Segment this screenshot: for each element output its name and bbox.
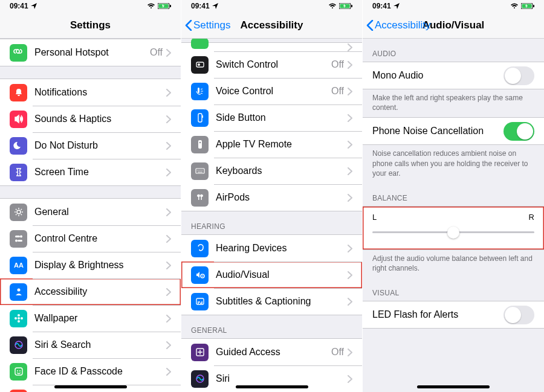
row-label: Screen Time bbox=[34, 167, 166, 178]
svg-rect-43 bbox=[533, 5, 534, 7]
status-time: 09:41 bbox=[10, 2, 28, 10]
row-screen-time[interactable]: Screen Time bbox=[0, 159, 181, 185]
gear-icon bbox=[10, 204, 27, 221]
row-led-flash[interactable]: LED Flash for Alerts bbox=[363, 301, 544, 328]
row-sounds-haptics[interactable]: Sounds & Haptics bbox=[0, 106, 181, 132]
row-face-id-passcode[interactable]: Face ID & Passcode bbox=[0, 358, 181, 385]
row-side-button[interactable]: Side Button bbox=[181, 104, 362, 131]
svg-point-17 bbox=[17, 370, 18, 371]
speaker-icon bbox=[10, 111, 27, 128]
toggle-led-flash[interactable] bbox=[504, 306, 534, 324]
row-label: Control Centre bbox=[34, 233, 166, 244]
status-bar: 09:41 bbox=[363, 0, 544, 12]
switches-icon bbox=[10, 230, 27, 248]
chevron-right-icon bbox=[348, 298, 352, 306]
touch-icon bbox=[191, 39, 209, 49]
svg-rect-28 bbox=[198, 88, 199, 93]
row-switch-control[interactable]: Switch ControlOff bbox=[181, 51, 362, 78]
battery-icon bbox=[158, 3, 171, 9]
home-indicator[interactable] bbox=[236, 385, 308, 388]
chevron-right-icon bbox=[166, 169, 171, 176]
home-indicator[interactable] bbox=[54, 385, 127, 388]
row-accessibility[interactable]: Accessibility bbox=[0, 278, 181, 305]
audiovisual-scroll[interactable]: AUDIO Mono Audio Make the left and right… bbox=[363, 39, 544, 392]
page-title: Settings bbox=[70, 19, 111, 31]
accessibility-scroll[interactable]: Switch ControlOffVoice ControlOffSide Bu… bbox=[181, 39, 362, 392]
phone-accessibility: 09:41 Settings Accessibility bbox=[181, 0, 363, 392]
phone-settings: 09:41 Settings Personal HotspotOff Notif… bbox=[0, 0, 181, 392]
row-label: Apple TV Remote bbox=[216, 139, 348, 150]
row-do-not-disturb[interactable]: Do Not Disturb bbox=[0, 132, 181, 159]
row-mono-audio[interactable]: Mono Audio bbox=[363, 62, 544, 89]
svg-rect-16 bbox=[15, 368, 22, 375]
row-subtitles-captioning[interactable]: Subtitles & Captioning bbox=[181, 288, 362, 315]
balance-slider[interactable] bbox=[372, 227, 534, 239]
row-noise-cancellation[interactable]: Phone Noise Cancellation bbox=[363, 118, 544, 144]
row-label: Hearing Devices bbox=[216, 243, 348, 254]
row-hearing-devices[interactable]: Hearing Devices bbox=[181, 235, 362, 262]
battery-icon bbox=[339, 3, 352, 9]
svg-point-14 bbox=[21, 317, 23, 320]
nav-header: Settings bbox=[0, 12, 181, 39]
chevron-right-icon bbox=[348, 245, 352, 252]
row-general[interactable]: General bbox=[0, 199, 181, 225]
row-apple-tv-remote[interactable]: Apple TV Remote bbox=[181, 131, 362, 158]
page-title: Audio/Visual bbox=[423, 19, 485, 31]
footer-noise: Noise cancellation reduces ambient noise… bbox=[363, 145, 544, 183]
back-button[interactable]: Settings bbox=[185, 19, 230, 31]
row-value: Off bbox=[331, 59, 344, 70]
chevron-right-icon bbox=[348, 61, 352, 69]
row-voice-control[interactable]: Voice ControlOff bbox=[181, 78, 362, 104]
balance-control[interactable]: L R bbox=[363, 206, 544, 250]
chevron-right-icon bbox=[348, 43, 352, 51]
svg-point-9 bbox=[17, 289, 20, 292]
row-airpods[interactable]: AirPods bbox=[181, 184, 362, 211]
toggle-mono-audio[interactable] bbox=[504, 66, 534, 85]
wifi-icon bbox=[147, 3, 155, 9]
slider-thumb[interactable] bbox=[447, 227, 459, 239]
remote-icon bbox=[191, 136, 209, 153]
nav-header: Settings Accessibility bbox=[181, 12, 362, 39]
airpods-icon bbox=[191, 189, 209, 207]
status-bar: 09:41 bbox=[0, 0, 181, 12]
status-time: 09:41 bbox=[372, 2, 391, 10]
ear-icon bbox=[191, 240, 209, 257]
row-control-centre[interactable]: Control Centre bbox=[0, 225, 181, 252]
row-display-brightness[interactable]: AADisplay & Brightness bbox=[0, 252, 181, 278]
bell-icon bbox=[10, 84, 27, 101]
chevron-right-icon bbox=[166, 235, 171, 243]
svg-point-5 bbox=[20, 236, 22, 238]
row-label: Sounds & Haptics bbox=[34, 114, 166, 124]
home-indicator[interactable] bbox=[417, 385, 490, 388]
row-label: Siri bbox=[216, 373, 348, 384]
svg-rect-29 bbox=[198, 114, 202, 122]
row-label: Switch Control bbox=[216, 59, 331, 70]
back-button[interactable]: Accessibility bbox=[366, 19, 431, 31]
svg-point-13 bbox=[15, 317, 17, 320]
moon-icon bbox=[10, 137, 27, 155]
settings-scroll[interactable]: Personal HotspotOff NotificationsSounds … bbox=[0, 39, 181, 392]
row-audio-visual[interactable]: Audio/Visual bbox=[181, 262, 362, 288]
row-notifications[interactable]: Notifications bbox=[0, 79, 181, 106]
row-label: Display & Brightness bbox=[34, 260, 166, 271]
row-personal-hotspot[interactable]: Personal HotspotOff bbox=[0, 39, 181, 66]
balance-label-right: R bbox=[529, 213, 534, 222]
row-label: Mono Audio bbox=[372, 70, 504, 81]
row-wallpaper[interactable]: Wallpaper bbox=[0, 305, 181, 332]
row-value: Off bbox=[331, 347, 344, 358]
row-guided-access[interactable]: Guided AccessOff bbox=[181, 339, 362, 365]
toggle-noise-cancellation[interactable] bbox=[504, 122, 534, 141]
page-title: Accessibility bbox=[241, 19, 303, 31]
row-siri-search[interactable]: Siri & Search bbox=[0, 332, 181, 358]
row-label: Siri & Search bbox=[34, 339, 166, 350]
chevron-right-icon bbox=[166, 341, 171, 349]
svg-text:AA: AA bbox=[14, 262, 24, 269]
row-label: Audio/Visual bbox=[216, 269, 348, 280]
row-partial-top[interactable] bbox=[181, 43, 362, 51]
svg-rect-25 bbox=[351, 5, 352, 7]
wifi-icon bbox=[510, 3, 519, 9]
person-icon bbox=[10, 283, 27, 301]
row-keyboards[interactable]: Keyboards bbox=[181, 158, 362, 184]
svg-point-3 bbox=[17, 210, 21, 214]
chevron-right-icon bbox=[348, 141, 352, 149]
